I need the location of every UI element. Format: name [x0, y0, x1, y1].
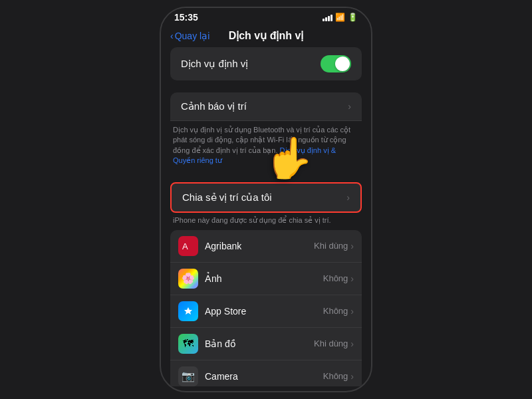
app-icon-agribank: A	[178, 236, 198, 256]
app-status: Không	[323, 371, 348, 381]
bar4	[331, 15, 332, 21]
location-services-toggle[interactable]	[321, 55, 351, 72]
content-area: Dịch vụ định vị Cảnh báo vị trí › Dịch v…	[161, 47, 371, 386]
app-name: App Store	[205, 306, 323, 317]
app-row-chevron: ›	[350, 306, 354, 317]
status-bar: 15:35 📶 🔋	[161, 8, 371, 25]
location-services-row[interactable]: Dịch vụ định vị	[170, 47, 362, 80]
share-sub-info: iPhone này đang được sử dụng để chia sẻ …	[161, 213, 371, 230]
share-location-chevron: ›	[346, 192, 350, 203]
nav-bar: ‹ Quay lại Dịch vụ định vị	[161, 25, 371, 47]
location-services-section: Dịch vụ định vị	[161, 47, 371, 80]
status-icons: 📶 🔋	[323, 13, 358, 22]
phone-frame: 15:35 📶 🔋 ‹ Quay lại Dịch vụ định vị Dịc…	[160, 7, 372, 392]
warning-location-section: Cảnh báo vị trí › Dịch vụ định vị sử dụn…	[161, 92, 371, 170]
back-label: Quay lại	[175, 31, 210, 41]
toggle-knob	[335, 57, 350, 71]
wifi-icon: 📶	[335, 13, 345, 22]
warning-location-row[interactable]: Cảnh báo vị trí ›	[170, 92, 362, 121]
app-row-chevron: ›	[350, 241, 354, 251]
signal-bars-icon	[323, 13, 332, 21]
app-name: Bản đồ	[205, 338, 314, 349]
app-rows-container: A Agribank Khi dùng › 🌸 Ảnh Không › App …	[170, 230, 362, 386]
app-row-chevron: ›	[350, 273, 354, 284]
app-status: Khi dùng	[314, 338, 348, 348]
app-row[interactable]: 📷 Camera Không ›	[170, 360, 362, 386]
app-name: Ảnh	[205, 273, 323, 284]
app-name: Camera	[205, 371, 323, 382]
svg-text:A: A	[182, 241, 188, 251]
app-list: A Agribank Khi dùng › 🌸 Ảnh Không › App …	[161, 230, 371, 386]
app-row[interactable]: 🌸 Ảnh Không ›	[170, 263, 362, 295]
app-row[interactable]: A Agribank Khi dùng ›	[170, 230, 362, 263]
app-row[interactable]: 🗺 Bản đồ Khi dùng ›	[170, 328, 362, 360]
app-icon-photos: 🌸	[178, 269, 198, 289]
share-location-row[interactable]: Chia sẻ vị trí của tôi ›	[170, 182, 362, 213]
location-info-text: Dịch vụ định vị sử dụng Bluetooth và vị …	[170, 121, 362, 170]
app-row-chevron: ›	[350, 371, 354, 382]
bar2	[325, 17, 327, 21]
app-row[interactable]: App Store Không ›	[170, 295, 362, 328]
bar3	[328, 16, 330, 21]
app-row-chevron: ›	[350, 338, 354, 349]
app-name: Agribank	[205, 241, 314, 251]
bar1	[323, 19, 325, 21]
chevron-right-icon: ›	[348, 101, 351, 112]
app-status: Không	[323, 273, 348, 283]
nav-title: Dịch vụ định vị	[229, 29, 304, 42]
status-time: 15:35	[174, 12, 198, 23]
nav-back-button[interactable]: ‹ Quay lại	[170, 31, 209, 41]
chevron-left-icon: ‹	[170, 31, 174, 41]
warning-location-label: Cảnh báo vị trí	[181, 100, 247, 112]
app-status: Không	[323, 306, 348, 316]
app-icon-maps: 🗺	[178, 334, 198, 354]
app-icon-appstore	[178, 301, 198, 321]
app-status: Khi dùng	[314, 241, 348, 251]
battery-icon: 🔋	[348, 13, 358, 22]
location-services-label: Dịch vụ định vị	[181, 58, 248, 70]
app-icon-camera: 📷	[178, 366, 198, 386]
share-location-label: Chia sẻ vị trí của tôi	[182, 192, 272, 203]
